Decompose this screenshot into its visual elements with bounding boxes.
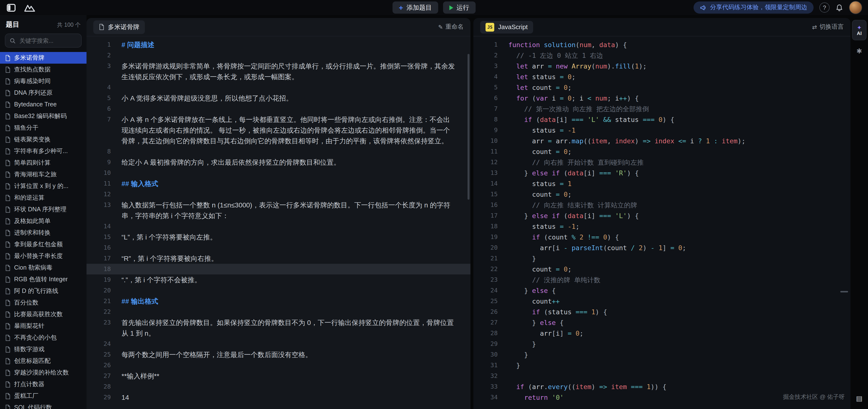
code-line: 8 if (data[i] === 'L' && status === 0) { xyxy=(473,114,850,125)
code-line: 29 } xyxy=(473,339,850,349)
sidebar-item[interactable]: 简单四则计算 xyxy=(0,157,87,168)
sidebar-item[interactable]: 最小替换子串长度 xyxy=(0,250,87,262)
problem-line: 19“.”，第 i 个字符不会被推。 xyxy=(87,275,470,285)
run-label: 运行 xyxy=(457,3,469,12)
problem-line: 7小 A 将 n 个多米诺骨牌放在一条线上，每一块都垂直竖立。他同时将一些骨牌向… xyxy=(87,114,470,146)
avatar[interactable] xyxy=(849,1,862,14)
problem-line: 6 xyxy=(87,103,470,114)
search-input[interactable] xyxy=(19,37,77,44)
document-icon xyxy=(5,55,11,61)
document-icon xyxy=(5,404,11,409)
sidebar-item[interactable]: 暴雨梨花针 xyxy=(0,320,87,332)
sidebar-item-label: 青海湖租车之旅 xyxy=(14,170,57,179)
language-selector[interactable]: JS JavaScript xyxy=(480,21,533,33)
help-icon[interactable]: ? xyxy=(819,2,830,12)
sidebar-item[interactable]: 环状 DNA 序列整理 xyxy=(0,203,87,215)
problem-tab[interactable]: 多米诺骨牌 xyxy=(93,20,145,34)
search-box[interactable] xyxy=(5,33,82,48)
sidebar-item[interactable]: SQL 代码行数 xyxy=(0,402,87,409)
code-line: 32 xyxy=(473,371,850,381)
scrollbar-thumb[interactable] xyxy=(468,54,469,200)
code-scroll-indicator[interactable] xyxy=(840,291,848,292)
sidebar-item[interactable]: 不再贪心的小包 xyxy=(0,332,87,343)
sidebar-item[interactable]: 猜数字游戏 xyxy=(0,343,87,355)
sidebar-item[interactable]: 链表聚类变换 xyxy=(0,133,87,145)
document-icon xyxy=(5,393,11,399)
sidebar-item[interactable]: 打点计数器 xyxy=(0,378,87,390)
document-icon xyxy=(5,276,11,282)
code-line: 22 count = 0; xyxy=(473,264,850,275)
promo-text: 分享代码练习体验，领限量定制周边 xyxy=(710,3,807,12)
code-line: 12 // 向右推 开始计数 直到碰到向左推 xyxy=(473,157,850,167)
code-line: 19 if (count % 2 !== 0) { xyxy=(473,232,850,242)
code-line: 31 } xyxy=(473,360,850,371)
code-line: 25 count++ xyxy=(473,296,850,307)
add-problem-button[interactable]: + 添加题目 xyxy=(393,1,438,13)
code-line: 3 let arr = new Array(num).fill(1); xyxy=(473,61,850,71)
run-button[interactable]: 运行 xyxy=(443,1,475,13)
bell-icon[interactable] xyxy=(835,4,843,11)
sidebar-header: 题目 共 100 个 xyxy=(0,15,87,33)
document-icon xyxy=(5,218,11,224)
sidebar-item[interactable]: 计算位置 x 到 y 的... xyxy=(0,180,87,192)
sidebar-item[interactable]: 及格如此简单 xyxy=(0,215,87,227)
sidebar-item-label: 蛋糕工厂 xyxy=(14,392,38,400)
sidebar-item[interactable]: Cion 勒索病毒 xyxy=(0,262,87,274)
problem-line: 16 xyxy=(87,242,470,253)
app-logo-icon[interactable] xyxy=(24,2,35,13)
sidebar-item[interactable]: 拿到最多红包金额 xyxy=(0,239,87,250)
document-icon xyxy=(5,381,11,387)
document-icon xyxy=(5,66,11,73)
code-editor[interactable]: 1function solution(num, data) {2 // -1 左… xyxy=(473,36,850,409)
code-line: 11 count = 0; xyxy=(473,146,850,157)
sidebar-item[interactable]: 阿 D 的飞行路线 xyxy=(0,285,87,297)
problem-line: 15“L”，第 i 个字符将要被向左推。 xyxy=(87,232,470,242)
document-icon xyxy=(5,241,11,248)
sidebar-item[interactable]: 多米诺骨牌 xyxy=(0,52,87,64)
promo-banner[interactable]: 分享代码练习体验，领限量定制周边 xyxy=(693,1,813,13)
rename-button[interactable]: ✎ 重命名 xyxy=(438,23,464,31)
problem-line: 17“R”，第 i 个字符将要被向右推。 xyxy=(87,253,470,264)
sidebar-item[interactable]: DNA 序列还原 xyxy=(0,87,87,99)
sidebar-item[interactable]: 蛋糕工厂 xyxy=(0,390,87,402)
problem-line: 21## 输出格式 xyxy=(87,296,470,307)
sidebar-item[interactable]: 字符串有多少种可... xyxy=(0,145,87,157)
document-icon xyxy=(5,300,11,306)
sidebar-item[interactable]: RGB 色值转 Integer xyxy=(0,274,87,285)
document-icon xyxy=(5,346,11,352)
sidebar-item[interactable]: Bytedance Tree xyxy=(0,99,87,110)
sidebar-item[interactable]: 猫鱼分干 xyxy=(0,122,87,133)
sidebar-item[interactable]: Base32 编码和解码 xyxy=(0,110,87,122)
sidebar-item[interactable]: 百分位数 xyxy=(0,297,87,309)
problem-editor[interactable]: 1# 问题描述23多米诺骨牌游戏规则非常简单，将骨牌按一定间距的尺寸排成单行，或… xyxy=(87,36,470,409)
sidebar-item-label: 比赛最高获胜次数 xyxy=(14,310,63,318)
problem-line: 1# 问题描述 xyxy=(87,39,470,50)
sidebar-item-label: DNA 序列还原 xyxy=(14,89,53,97)
sidebar-item[interactable]: 穿越沙漠的补给次数 xyxy=(0,367,87,378)
snowflake-icon[interactable]: ✱ xyxy=(856,47,862,55)
sidebar-item[interactable]: 查找热点数据 xyxy=(0,64,87,75)
sidebar-item[interactable]: 和的逆运算 xyxy=(0,192,87,203)
code-line: 13 } else if (data[i] === 'R') { xyxy=(473,167,850,178)
code-line: 15 count = 0; xyxy=(473,189,850,200)
problem-line: 11## 输入格式 xyxy=(87,178,470,189)
code-line: 2 // -1 左边 0 站立 1 右边 xyxy=(473,50,850,61)
topbar: + 添加题目 运行 分享代码练习体验，领限量定制周边 ? xyxy=(0,0,868,15)
switch-language-button[interactable]: ⇄ 切换语言 xyxy=(812,23,844,31)
ai-label: AI xyxy=(857,31,862,36)
sidebar-item[interactable]: 病毒感染时间 xyxy=(0,75,87,87)
document-icon xyxy=(5,183,11,189)
document-icon xyxy=(5,335,11,341)
sidebar-toggle-icon[interactable] xyxy=(6,2,17,13)
code-line: 7 // 第一次推动 向左推 把左边的全部推倒 xyxy=(473,103,850,114)
ai-assistant-button[interactable]: ✦ AI xyxy=(852,20,867,40)
problem-line: 25每两个数之间用一个空格隔开，注意最后一个数后面没有空格。 xyxy=(87,349,470,360)
code-line: 18 status = -1; xyxy=(473,221,850,232)
notebook-icon[interactable]: ▤ xyxy=(856,395,862,402)
sidebar-item[interactable]: 进制求和转换 xyxy=(0,227,87,239)
sidebar-item[interactable]: 比赛最高获胜次数 xyxy=(0,309,87,320)
topbar-right: 分享代码练习体验，领限量定制周边 ? xyxy=(693,1,862,14)
sidebar-item[interactable]: 青海湖租车之旅 xyxy=(0,168,87,180)
sidebar-item[interactable]: 创意标题匹配 xyxy=(0,355,87,367)
code-line: 1function solution(num, data) { xyxy=(473,39,850,50)
